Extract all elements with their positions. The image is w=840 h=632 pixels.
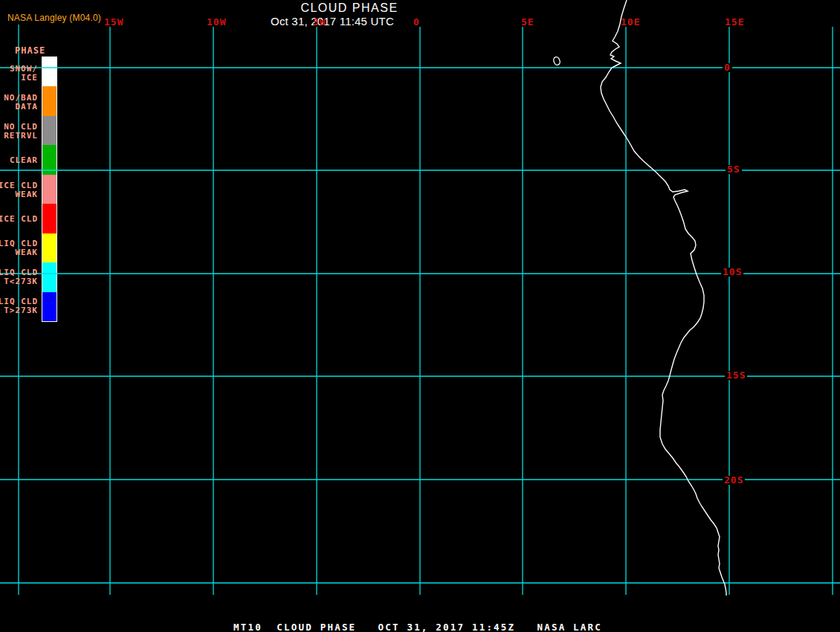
legend-label-nobad-data: NO/BAD DATA bbox=[4, 94, 38, 112]
lon-label-10E: 10E bbox=[621, 18, 640, 27]
legend-label-icecld-weak: ICE CLD WEAK bbox=[0, 181, 38, 199]
lon-label-10W: 10W bbox=[207, 18, 226, 27]
legend-label-liqcld-weak: LIQ CLD WEAK bbox=[0, 239, 38, 257]
map-grid-and-coastline bbox=[0, 0, 840, 632]
lon-label-15E: 15E bbox=[725, 18, 744, 27]
legend-label-nocld-retrvl: NO CLD RETRVL bbox=[4, 123, 38, 141]
legend-label-liqcld-t273k: LIQ CLD T>273K bbox=[0, 297, 38, 315]
lat-label-5S: 5S bbox=[726, 165, 742, 174]
page-title: CLOUD PHASE bbox=[300, 1, 398, 15]
legend-label-icecld: ICE CLD bbox=[0, 215, 38, 224]
lat-label-0: 0 bbox=[723, 63, 732, 72]
satellite-cloud-phase-screen: CLOUD PHASE Oct 31, 2017 11:45 UTC NASA … bbox=[0, 0, 840, 632]
bottom-caption: MT10 CLOUD PHASE OCT 31, 2017 11:45Z NAS… bbox=[233, 622, 602, 632]
lat-label-20S: 20S bbox=[723, 476, 745, 485]
africa-coastline bbox=[601, 0, 726, 596]
legend-label-snow-ice: SNOW/ ICE bbox=[10, 65, 38, 83]
legend-label-clear: CLEAR bbox=[10, 156, 38, 165]
legend-label-liqcld-t273k: LIQ CLD T<273K bbox=[0, 268, 38, 286]
island-outline bbox=[552, 56, 560, 65]
lon-label-15W: 15W bbox=[104, 18, 123, 27]
page-datetime: Oct 31, 2017 11:45 UTC bbox=[271, 15, 394, 28]
lat-label-10S: 10S bbox=[721, 268, 743, 277]
lat-label-15S: 15S bbox=[725, 371, 747, 380]
lon-label-0: 0 bbox=[413, 18, 420, 27]
lon-label-5E: 5E bbox=[521, 18, 534, 27]
lon-label-5W: 5W bbox=[313, 18, 326, 27]
legend-title: PHASE bbox=[15, 45, 45, 56]
nasa-credit-label: NASA Langley (M04.0) bbox=[7, 13, 101, 23]
